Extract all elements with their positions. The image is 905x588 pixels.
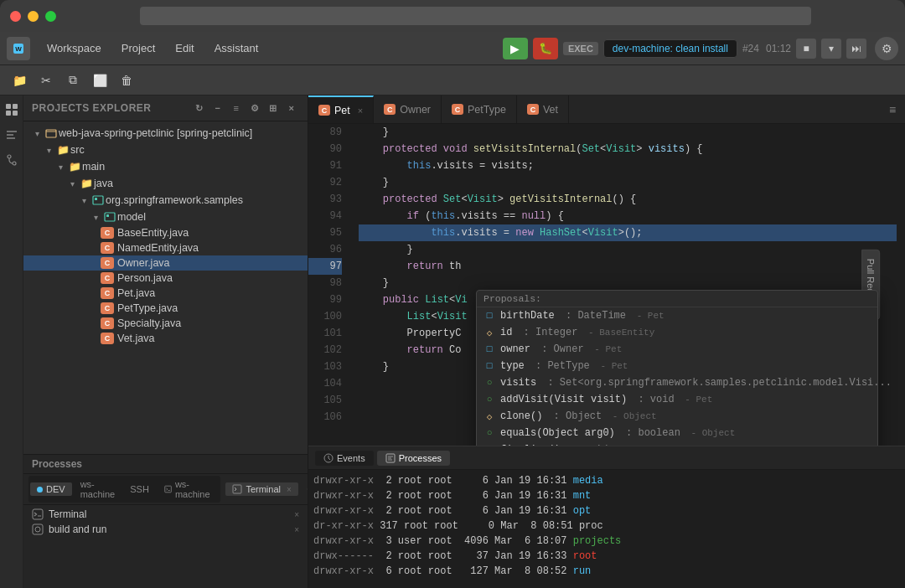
ac-item-birthDate[interactable]: □ birthDate : DateTime - Pet <box>477 307 877 324</box>
tree-BaseEntity[interactable]: C BaseEntity.java <box>23 225 308 240</box>
terminal-close[interactable]: × <box>287 485 292 494</box>
tree-Vet[interactable]: C Vet.java <box>23 331 308 346</box>
menu-workspace[interactable]: Workspace <box>39 39 110 58</box>
ac-id-name: id <box>500 327 512 338</box>
settings-small-button[interactable]: ⚙ <box>247 101 262 116</box>
terminal-process-icon <box>32 508 44 520</box>
tab-Pet-close[interactable]: × <box>358 106 363 116</box>
tab-Owner[interactable]: C Owner <box>374 95 442 124</box>
ac-item-owner[interactable]: □ owner : Owner - Pet <box>477 341 877 358</box>
process-build[interactable]: build and run × <box>23 522 308 537</box>
ac-item-finalize[interactable]: ○ finalize() : void - Object <box>477 441 877 446</box>
tree-main[interactable]: ▾ 📁 main <box>23 158 308 175</box>
tree-Person[interactable]: C Person.java <box>23 271 308 286</box>
ac-item-addVisit[interactable]: ○ addVisit(Visit visit) : void - Pet <box>477 391 877 408</box>
code-line-89: } <box>359 124 897 141</box>
tab-ws-machine[interactable]: ws-machine <box>74 477 122 501</box>
tab-ws2-label: ws-machine <box>175 479 212 499</box>
expand-button[interactable]: ⊞ <box>266 101 281 116</box>
run-button[interactable]: ▶ <box>503 38 528 59</box>
ac-item-visits[interactable]: ○ visits : Set<org.springframework.sampl… <box>477 374 877 391</box>
tree-src[interactable]: ▾ 📁 src <box>23 142 308 158</box>
paste-button[interactable]: ⬜ <box>89 70 111 91</box>
java-Pet-icon: C <box>101 287 114 299</box>
terminal-tab-label: Terminal <box>246 484 281 494</box>
term-line-projects: drwxr-xr-x 3 user root 4096 Mar 6 18:07 … <box>313 534 900 549</box>
processes-header: Processes <box>23 455 308 474</box>
tab-ssh[interactable]: SSH <box>123 482 156 496</box>
tab-PetType[interactable]: C PetType <box>442 95 517 124</box>
term-line-proc: dr-xr-xr-x 317 root root 0 Mar 8 08:51 p… <box>313 518 900 534</box>
ac-item-type[interactable]: □ type : PetType - Pet <box>477 358 877 374</box>
tree-root[interactable]: ▾ web-java-spring-petclinic [spring-petc… <box>23 125 308 142</box>
code-line-100: } <box>359 275 897 291</box>
tree-java[interactable]: ▾ 📁 java <box>23 175 308 192</box>
tree-model[interactable]: ▾ model <box>23 209 308 225</box>
stop-button[interactable]: ■ <box>796 39 816 59</box>
commands-icon[interactable] <box>3 126 21 144</box>
tab-terminal[interactable]: Terminal × <box>225 482 297 496</box>
terminal-small-icon <box>164 484 172 494</box>
process-terminal[interactable]: Terminal × <box>23 507 308 522</box>
tree-NamedEntity[interactable]: C NamedEntity.java <box>23 240 308 255</box>
ac-addVisit-type: : void <box>632 394 674 405</box>
bottom-tabs-row: Events Processes <box>308 446 905 470</box>
tree-Pet[interactable]: C Pet.java <box>23 286 308 301</box>
tab-build[interactable]: build and... × <box>300 477 308 501</box>
tab-Owner-icon: C <box>384 104 396 115</box>
tree-Specialty[interactable]: C Specialty.java <box>23 316 308 331</box>
processes-tab-label: Processes <box>399 453 442 463</box>
copy-button[interactable]: ⧉ <box>62 70 84 91</box>
tab-dev[interactable]: DEV <box>30 482 72 496</box>
ac-item-equals[interactable]: ○ equals(Object arg0) : boolean - Object <box>477 425 877 441</box>
process-build-close[interactable]: × <box>294 525 299 534</box>
tab-ssh-label: SSH <box>130 484 149 494</box>
next-button[interactable]: ⏭ <box>846 39 866 59</box>
autocomplete-header: Proposals: <box>477 291 877 307</box>
svg-rect-11 <box>105 213 115 221</box>
tree-org[interactable]: ▾ org.springframework.samples <box>23 192 308 209</box>
run-config[interactable]: dev-machine: clean install <box>603 39 737 58</box>
tab-ws-machine2[interactable]: ws-machine <box>158 477 220 501</box>
tree-Owner[interactable]: C Owner.java <box>23 255 308 271</box>
settings-button[interactable]: ⚙ <box>875 37 898 60</box>
debug-button[interactable]: 🐛 <box>533 38 558 59</box>
code-editor[interactable]: 89 90 91 92 93 94 95 96 97 98 99 100 101… <box>308 124 905 446</box>
minimize-button[interactable] <box>28 11 39 22</box>
sort-button[interactable]: ≡ <box>229 101 244 116</box>
tab-ws-label: ws-machine <box>80 479 116 499</box>
git-icon[interactable] <box>3 151 21 169</box>
svg-rect-5 <box>13 111 18 116</box>
tab-Vet[interactable]: C Vet <box>517 95 569 124</box>
maximize-button[interactable] <box>45 11 56 22</box>
menu-assistant[interactable]: Assistant <box>206 39 267 58</box>
delete-button[interactable]: 🗑 <box>116 70 137 91</box>
menu-edit[interactable]: Edit <box>167 39 202 58</box>
NamedEntity-label: NamedEntity.java <box>117 242 199 254</box>
new-file-button[interactable]: 📁 <box>8 70 30 91</box>
ac-item-clone[interactable]: ◇ clone() : Object - Object <box>477 408 877 425</box>
collapse-button[interactable]: − <box>210 101 225 116</box>
processes-tab[interactable]: Processes <box>377 451 450 466</box>
menu-project[interactable]: Project <box>113 39 163 58</box>
close-button[interactable] <box>10 11 21 22</box>
dropdown-button[interactable]: ▾ <box>821 39 841 59</box>
ac-item-id[interactable]: ◇ id : Integer - BaseEntity <box>477 324 877 341</box>
tree-PetType[interactable]: C PetType.java <box>23 301 308 316</box>
events-tab[interactable]: Events <box>315 451 374 466</box>
ac-finalize-icon: ○ <box>484 444 495 446</box>
cut-button[interactable]: ✂ <box>35 70 57 91</box>
activity-bar <box>0 95 23 588</box>
process-terminal-close[interactable]: × <box>294 510 299 519</box>
svg-text:W: W <box>15 45 22 53</box>
close-explorer-button[interactable]: × <box>284 101 299 116</box>
BaseEntity-label: BaseEntity.java <box>117 227 189 239</box>
java-NamedEntity-icon: C <box>101 242 114 254</box>
projects-icon[interactable] <box>3 101 21 119</box>
line-numbers: 89 90 91 92 93 94 95 96 97 98 99 100 101… <box>308 124 350 446</box>
refresh-button[interactable]: ↻ <box>192 101 207 116</box>
url-bar[interactable] <box>140 7 811 25</box>
editor-menu-button[interactable]: ≡ <box>880 97 905 122</box>
ac-id-icon: ◇ <box>484 327 495 338</box>
tab-Pet[interactable]: C Pet × <box>308 95 374 124</box>
